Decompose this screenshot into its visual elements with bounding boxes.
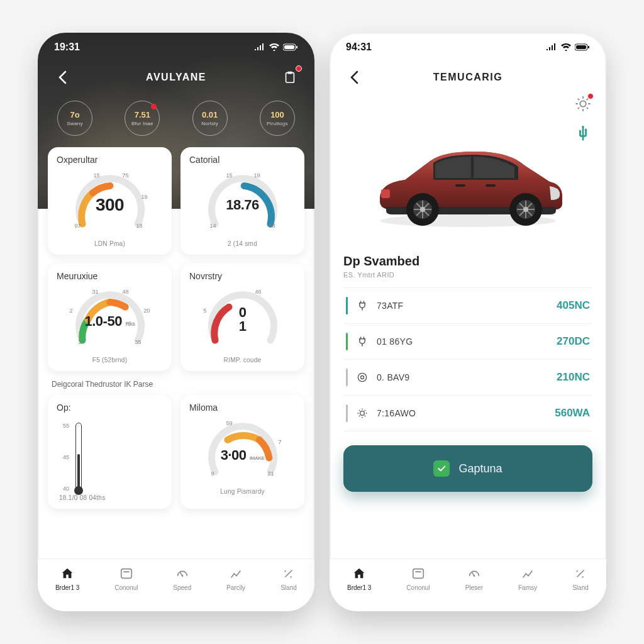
card-op[interactable]: Op: 55 45 40 18.1/0 08 04ths — [48, 395, 172, 509]
card-meuruxiue[interactable]: Meuruxiue 1.0-50 Rks 31 48 2 20 — [48, 264, 172, 371]
wifi-icon — [269, 43, 279, 51]
tab-cononul[interactable]: Cononul — [114, 565, 138, 591]
gauge-catorial: 18.76 15 19 18 14 — [199, 169, 287, 238]
chip-nortsly[interactable]: 0.01Nortsly — [186, 101, 235, 136]
tab-pleser[interactable]: Pleser — [465, 565, 483, 591]
card-label: Meuruxiue — [57, 271, 163, 281]
tab-sland[interactable]: Sland — [572, 565, 589, 591]
sun-icon — [355, 406, 369, 420]
page-title: TEMUCARIG — [433, 72, 502, 83]
card-label: Op: — [57, 402, 163, 413]
plug-icon — [355, 299, 369, 313]
summary-chips: 7oSwany 7.51Bfur lnae 0.01Nortsly 100Pir… — [38, 92, 314, 147]
chip-bfurlnae[interactable]: 7.51Bfur lnae — [118, 101, 167, 136]
weather-button[interactable] — [572, 93, 594, 114]
svg-rect-1 — [284, 45, 294, 49]
chart-icon — [519, 565, 536, 582]
section-subtitle: ES. Ymtrt ARID — [343, 271, 592, 279]
status-time: 94:31 — [346, 42, 372, 53]
chip-pirutiogs[interactable]: 100Pirutiogs — [253, 101, 302, 136]
stat-row[interactable]: 0. BAV9 210NC — [343, 360, 592, 396]
tab-cononul[interactable]: Cononul — [406, 565, 430, 591]
app-bar: AVULYANE — [38, 62, 314, 92]
svg-rect-3 — [286, 73, 294, 83]
cactus-icon — [574, 124, 592, 144]
clipboard-button[interactable] — [279, 67, 301, 88]
svg-point-11 — [580, 101, 586, 106]
card-foot: 2 (14 smd — [228, 240, 257, 247]
card-foot: F5 (52brnd) — [92, 357, 128, 364]
signal-icon — [254, 43, 265, 51]
tab-brder[interactable]: Brder1 3 — [55, 565, 79, 591]
card-novrstry[interactable]: Novrstry 0 1 46 5 RIMP. c — [180, 264, 304, 371]
back-button[interactable] — [343, 67, 365, 88]
thermometer: 55 45 40 — [57, 416, 163, 492]
chart-icon — [228, 565, 244, 582]
home-icon — [351, 565, 367, 582]
svg-rect-25 — [486, 184, 496, 187]
card-label: Miloma — [189, 402, 296, 413]
svg-rect-5 — [121, 569, 132, 579]
card-label: Catorial — [189, 155, 296, 165]
gauge-novrstry: 0 1 46 5 — [199, 285, 287, 354]
panel-icon — [118, 565, 135, 582]
signal-icon — [546, 43, 557, 51]
home-icon — [59, 565, 75, 582]
alert-dot — [151, 104, 157, 109]
gauge-oxperultar: 300 15 75 19 18 97 — [66, 169, 154, 238]
svg-rect-16 — [471, 157, 474, 179]
svg-rect-23 — [381, 189, 390, 198]
tab-parcily[interactable]: Parcily — [226, 565, 245, 591]
card-oxperultar[interactable]: Oxperultar 300 15 75 19 18 97 — [48, 147, 172, 255]
tab-speed[interactable]: Speed — [173, 565, 191, 591]
battery-icon — [575, 43, 590, 51]
phone-right: 94:31 TEMUCARIG — [330, 33, 606, 611]
tab-famsy[interactable]: Famsy — [518, 565, 537, 591]
stat-row[interactable]: 7:16AWO 560WA — [343, 396, 592, 431]
tab-sland[interactable]: Sland — [280, 565, 297, 591]
vehicle-image — [343, 111, 592, 249]
svg-rect-6 — [123, 571, 129, 572]
tab-bar: Brder1 3 Cononul Speed Parcily Sland — [38, 558, 314, 611]
wand-icon — [280, 565, 297, 582]
panel-icon — [410, 565, 426, 582]
target-icon — [355, 370, 369, 384]
svg-rect-24 — [455, 184, 465, 187]
eco-button[interactable] — [572, 123, 594, 145]
stat-row[interactable]: 01 86YG 270DC — [343, 324, 592, 360]
chevron-left-icon — [58, 70, 67, 84]
chevron-left-icon — [350, 70, 358, 84]
page-title: AVULYANE — [146, 72, 206, 83]
battery-icon — [283, 43, 298, 51]
check-icon — [433, 460, 450, 477]
card-foot: Lung Pismardy — [220, 488, 265, 495]
card-foot: 18.1/0 08 04ths — [57, 494, 163, 501]
svg-point-27 — [361, 376, 364, 379]
svg-point-28 — [360, 411, 365, 416]
svg-rect-9 — [576, 45, 586, 49]
section-title: Dp Svambed — [343, 254, 592, 269]
clipboard-icon — [283, 70, 297, 84]
dashboard-scroll[interactable]: Oxperultar 300 15 75 19 18 97 — [38, 147, 314, 558]
app-bar: TEMUCARIG — [330, 62, 606, 92]
stat-row[interactable]: 73ATF 405NC — [343, 288, 592, 324]
gauge-meuruxiue: 1.0-50 Rks 31 48 2 20 3 35 — [66, 285, 154, 354]
gauge-icon — [174, 565, 191, 582]
svg-point-22 — [523, 207, 528, 212]
chip-swany[interactable]: 7oSwany — [50, 101, 99, 136]
primary-cta[interactable]: Gaptuna — [343, 445, 592, 492]
svg-point-13 — [579, 130, 581, 132]
status-bar: 94:31 — [330, 33, 606, 62]
card-miloma[interactable]: Miloma 3·00 IMAKE 59 7 9 21 — [180, 395, 304, 509]
svg-rect-2 — [296, 46, 297, 48]
card-foot: RIMP. coude — [224, 357, 262, 364]
back-button[interactable] — [52, 67, 73, 88]
svg-point-26 — [358, 373, 366, 381]
card-catorial[interactable]: Catorial 18.76 15 19 18 14 2 (14 smd — [180, 147, 304, 255]
plug-icon — [355, 335, 369, 348]
wand-icon — [572, 565, 589, 582]
notification-dot — [587, 93, 594, 99]
tab-brder[interactable]: Brder1 3 — [347, 565, 371, 591]
status-indicators — [254, 43, 298, 51]
svg-rect-4 — [287, 72, 292, 74]
